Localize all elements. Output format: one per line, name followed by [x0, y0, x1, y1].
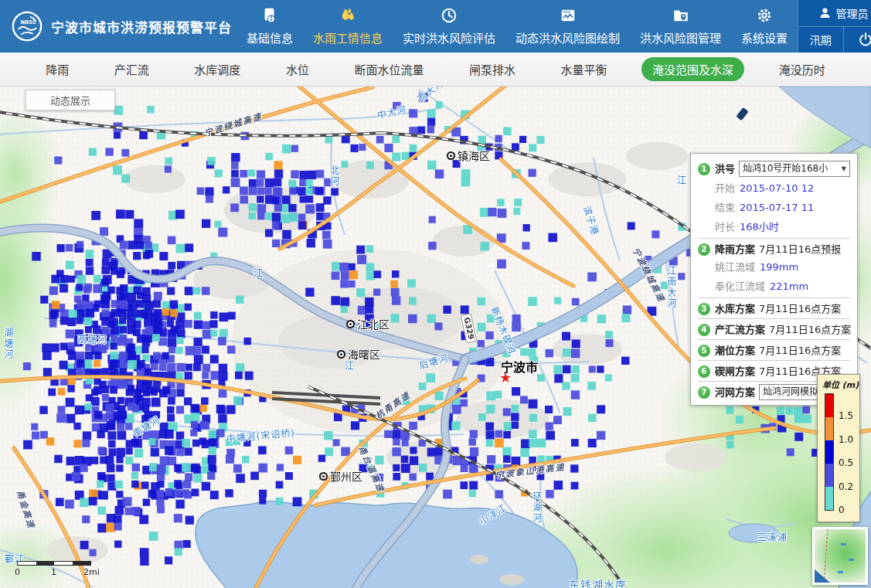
panel-label: 降雨方案: [715, 243, 755, 256]
period-badge[interactable]: 汛期: [798, 27, 844, 53]
legend-segment: [825, 417, 833, 440]
panel-key: 时长: [715, 220, 735, 233]
nav-item-2[interactable]: 水雨工情信息: [303, 0, 393, 53]
map-viewport[interactable]: 中大河西大河北河滨子港江江江江南大河新杨木碶河后塘河西塘河中塘河(宋诏桥)南塘河…: [0, 87, 871, 588]
main-nav: 基础信息水雨工情信息实时洪水风险评估动态洪水风险图绘制洪水风险图管理系统设置: [232, 0, 798, 53]
panel-row-潮位方案: 5潮位方案7月11日16点方案: [698, 339, 850, 359]
panel-label: 洪号: [715, 162, 735, 175]
nav-item-label: 基础信息: [247, 29, 293, 46]
nav-item-5[interactable]: 洪水风险图管理: [630, 0, 731, 53]
user-actions: 汛期: [798, 27, 871, 53]
panel-key: 开始: [715, 182, 735, 195]
panel-key: 姚江流域: [715, 260, 755, 274]
scale-label-2: 2mi: [83, 567, 100, 577]
legend-tick: 0.2: [839, 481, 853, 492]
overview-mark: [841, 543, 846, 546]
nav-item-4[interactable]: 动态洪水风险图绘制: [505, 0, 630, 53]
step-number-badge: 4: [698, 324, 710, 336]
legend-tick: 0.5: [839, 457, 853, 468]
header-bar: NBSL 宁波市城市洪涝预报预警平台 基础信息水雨工情信息实时洪水风险评估动态洪…: [0, 0, 871, 53]
subnav-tab-3[interactable]: 水库调度: [183, 57, 251, 81]
panel-value: 7月11日16点方案: [759, 302, 841, 315]
clipboard-info-icon: [261, 7, 278, 27]
panel-label: 潮位方案: [715, 344, 755, 357]
flood-info-panel: 1洪号灿鸿10号开始168小▼开始2015-07-10 12结束2015-07-…: [690, 153, 858, 406]
user-icon: [818, 6, 832, 19]
legend-color-bar: [825, 393, 834, 511]
panel-value: 199mm: [760, 260, 798, 274]
panel-label: 水库方案: [715, 302, 755, 315]
chevron-down-icon: ▼: [842, 162, 846, 175]
svg-text:NBSL: NBSL: [20, 19, 36, 25]
dynamic-display-button[interactable]: 动态展示: [26, 90, 115, 110]
legend-tick: 0: [839, 505, 845, 515]
panel-label: 河网方案: [715, 386, 755, 399]
subnav-tab-7[interactable]: 水量平衡: [550, 57, 618, 81]
scale-label-1: 1: [51, 567, 56, 577]
nav-item-3[interactable]: 实时洪水风险评估: [393, 0, 505, 53]
panel-row-洪号: 1洪号灿鸿10号开始168小▼: [698, 159, 850, 178]
overview-map[interactable]: [812, 527, 868, 585]
overview-mark: [849, 559, 854, 561]
scale-label-0: 0: [15, 567, 20, 577]
step-number-badge: 2: [698, 243, 710, 256]
legend-title: 单位 (m): [822, 378, 859, 390]
nav-item-label: 系统设置: [741, 29, 788, 46]
app-logo-icon: NBSL: [11, 10, 43, 42]
legend-tick: 1.0: [839, 434, 853, 445]
nav-item-label: 水雨工情信息: [313, 29, 383, 46]
user-box: 管理员 汛期: [798, 0, 871, 53]
nav-item-6[interactable]: 系统设置: [731, 0, 798, 53]
scale-bar: 0 1 2mi: [17, 561, 102, 566]
panel-value: 2015-07-17 11: [740, 201, 814, 214]
legend-segment: [825, 487, 833, 510]
subnav-tab-1[interactable]: 降雨: [35, 57, 80, 81]
subnav-tab-8[interactable]: 淹没范围及水深: [641, 57, 744, 81]
panel-label: 产汇流方案: [715, 323, 765, 336]
subnav-tab-2[interactable]: 产汇流: [104, 57, 160, 81]
overview-toggle-icon[interactable]: [815, 569, 830, 583]
nav-item-label: 实时洪水风险评估: [403, 29, 495, 46]
gear-icon: [756, 7, 773, 27]
洪号-select[interactable]: 灿鸿10号开始168小▼: [739, 161, 850, 177]
subnav-tab-6[interactable]: 闸泵排水: [458, 57, 526, 81]
legend-segment: [825, 464, 833, 487]
select-value: 灿鸿10号开始168小: [743, 162, 828, 175]
nav-item-label: 洪水风险图管理: [640, 29, 721, 46]
panel-row-水库方案: 3水库方案7月11日16点方案: [698, 297, 850, 317]
panel-value: 7月11日16点方案: [759, 344, 841, 357]
subnav-tab-5[interactable]: 断面水位流量: [343, 57, 434, 81]
subnav-tab-9[interactable]: 淹没历时: [768, 57, 836, 81]
power-icon: [858, 32, 871, 47]
depth-legend: 单位 (m) 1.51.00.50.20: [817, 374, 860, 522]
raindrops-icon: [339, 7, 356, 27]
nav-item-1[interactable]: 基础信息: [236, 0, 303, 53]
overview-mark: [838, 571, 843, 573]
sub-nav: 降雨产汇流水库调度水位断面水位流量闸泵排水水量平衡淹没范围及水深淹没历时: [0, 53, 871, 87]
panel-row-降雨方案: 2降雨方案7月11日16点预报: [698, 238, 850, 257]
dynamic-chart-icon: [560, 7, 577, 27]
panel-row-开始: 开始2015-07-10 12: [698, 178, 850, 198]
flood-platform-app: NBSL 宁波市城市洪涝预报预警平台 基础信息水雨工情信息实时洪水风险评估动态洪…: [0, 0, 871, 588]
clock-icon: [441, 7, 458, 27]
power-button[interactable]: [844, 27, 871, 53]
step-number-badge: 6: [698, 365, 710, 378]
panel-key: 奉化江流域: [715, 280, 765, 293]
subnav-tab-4[interactable]: 水位: [275, 57, 320, 81]
panel-row-奉化江流域: 奉化江流域221mm: [698, 277, 850, 296]
panel-value: 221mm: [770, 280, 808, 293]
folder-lock-icon: [672, 7, 689, 27]
panel-row-产汇流方案: 4产汇流方案7月11日16点方案: [698, 318, 850, 338]
brand: NBSL 宁波市城市洪涝预报预警平台: [0, 0, 232, 53]
panel-row-时长: 时长168小时: [698, 217, 850, 236]
legend-segment: [825, 394, 833, 417]
step-number-badge: 3: [698, 303, 710, 315]
panel-value: 168小时: [740, 220, 779, 233]
step-number-badge: 1: [698, 163, 710, 175]
user-menu[interactable]: 管理员: [798, 0, 871, 27]
scale-bar-segments: [17, 561, 91, 566]
panel-row-姚江流域: 姚江流域199mm: [698, 257, 850, 277]
panel-row-结束: 结束2015-07-17 11: [698, 198, 850, 217]
panel-label: 碶闸方案: [715, 365, 755, 378]
panel-value: 2015-07-10 12: [740, 182, 814, 195]
